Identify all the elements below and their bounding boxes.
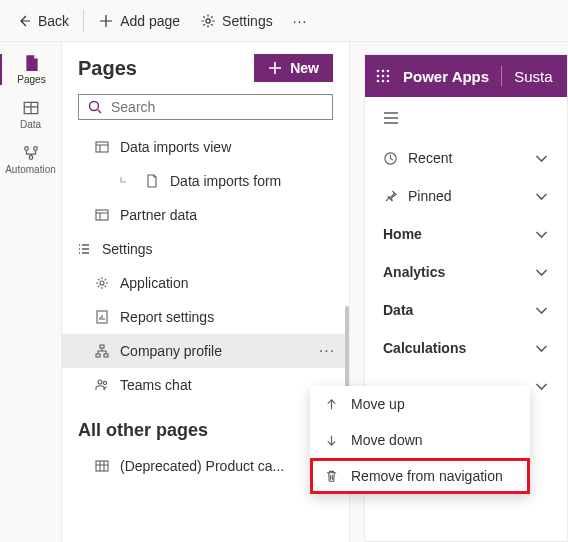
teams-icon <box>94 377 110 393</box>
form-icon <box>144 173 160 189</box>
pages-title: Pages <box>78 57 137 80</box>
search-container <box>62 94 349 130</box>
trash-icon <box>324 469 339 484</box>
tree-label: Application <box>120 275 341 291</box>
nav-label: Recent <box>408 150 452 166</box>
nav-label: Pinned <box>408 188 452 204</box>
nav-analytics[interactable]: Analytics <box>383 253 549 291</box>
new-label: New <box>290 60 319 76</box>
svg-point-16 <box>377 70 380 73</box>
rail-automation-label: Automation <box>5 164 56 175</box>
ctx-label: Move up <box>351 396 405 412</box>
ctx-move-up[interactable]: Move up <box>310 386 530 422</box>
ctx-remove-from-navigation[interactable]: Remove from navigation <box>310 458 530 494</box>
pages-header: Pages New <box>62 42 349 94</box>
tree-item-partner-data[interactable]: Partner data <box>62 198 349 232</box>
tree-label: Data imports view <box>120 139 341 155</box>
chevron-down-icon <box>534 151 549 166</box>
rail-data[interactable]: Data <box>0 99 61 130</box>
back-label: Back <box>38 13 69 29</box>
tree-item-application[interactable]: Application <box>62 266 349 300</box>
preview-brand: Power Apps <box>403 68 489 85</box>
tree-label: Partner data <box>120 207 341 223</box>
svg-point-2 <box>24 147 28 151</box>
pages-tree: Data imports view Data imports form Part… <box>62 130 349 542</box>
svg-rect-12 <box>104 354 108 357</box>
chevron-down-icon <box>534 379 549 394</box>
chevron-down-icon <box>534 341 549 356</box>
toolbar-overflow[interactable]: ··· <box>285 9 316 33</box>
table-icon <box>22 99 40 117</box>
tree-group-settings[interactable]: Settings <box>62 232 349 266</box>
new-button[interactable]: New <box>254 54 333 82</box>
sitemap-icon <box>94 343 110 359</box>
pin-icon <box>383 189 398 204</box>
flow-icon <box>22 144 40 162</box>
pages-panel: Pages New Data imports view Data imports… <box>62 42 350 542</box>
svg-rect-11 <box>96 354 100 357</box>
table-icon <box>94 458 110 474</box>
tree-label: Company profile <box>120 343 303 359</box>
svg-point-14 <box>103 381 106 384</box>
search-box[interactable] <box>78 94 333 120</box>
top-toolbar: Back Add page Settings ··· <box>0 0 568 42</box>
svg-point-18 <box>387 70 390 73</box>
tree-item-company-profile[interactable]: Company profile ··· <box>62 334 349 368</box>
svg-point-23 <box>382 80 385 83</box>
header-divider <box>501 66 502 86</box>
clock-icon <box>383 151 398 166</box>
svg-rect-6 <box>96 142 108 152</box>
add-page-label: Add page <box>120 13 180 29</box>
rail-automation[interactable]: Automation <box>0 144 61 175</box>
tree-item-data-imports-view[interactable]: Data imports view <box>62 130 349 164</box>
add-page-button[interactable]: Add page <box>90 9 188 33</box>
arrow-down-icon <box>324 433 339 448</box>
tree-item-data-imports-form[interactable]: Data imports form <box>62 164 349 198</box>
chevron-down-icon <box>534 303 549 318</box>
svg-point-24 <box>387 80 390 83</box>
nav-home[interactable]: Home <box>383 215 549 253</box>
svg-point-21 <box>387 75 390 78</box>
nav-recent[interactable]: Recent <box>383 139 549 177</box>
rail-data-label: Data <box>20 119 41 130</box>
rail-pages[interactable]: Pages <box>0 54 61 85</box>
nav-pinned[interactable]: Pinned <box>383 177 549 215</box>
svg-point-17 <box>382 70 385 73</box>
search-input[interactable] <box>111 99 324 115</box>
arrow-up-icon <box>324 397 339 412</box>
svg-rect-7 <box>96 210 108 220</box>
tree-item-deprecated-product[interactable]: (Deprecated) Product ca... <box>62 449 349 483</box>
svg-point-8 <box>100 281 104 285</box>
tree-label: Report settings <box>120 309 341 325</box>
tree-item-teams-chat[interactable]: Teams chat <box>62 368 349 402</box>
report-icon <box>94 309 110 325</box>
tree-label: Settings <box>102 241 341 257</box>
nav-calculations[interactable]: Calculations <box>383 329 549 367</box>
ctx-move-down[interactable]: Move down <box>310 422 530 458</box>
rail-pages-label: Pages <box>17 74 45 85</box>
all-other-pages-header: All other pages <box>62 402 349 449</box>
hamburger-icon[interactable] <box>383 111 399 125</box>
gear-icon <box>94 275 110 291</box>
ctx-label: Move down <box>351 432 423 448</box>
svg-point-13 <box>98 380 102 384</box>
back-button[interactable]: Back <box>8 9 77 33</box>
tree-item-report-settings[interactable]: Report settings <box>62 300 349 334</box>
list-icon <box>76 241 92 257</box>
gear-icon <box>200 13 216 29</box>
tree-label: Data imports form <box>170 173 341 189</box>
preview-app-name: Susta <box>514 68 552 85</box>
preview-header: Power Apps Susta <box>365 55 567 97</box>
toolbar-separator <box>83 10 84 32</box>
preview-body: Recent Pinned Home Analytics Data Calcul… <box>365 97 567 415</box>
nav-data[interactable]: Data <box>383 291 549 329</box>
plus-icon <box>268 61 282 75</box>
settings-button[interactable]: Settings <box>192 9 281 33</box>
chevron-down-icon <box>534 227 549 242</box>
waffle-icon[interactable] <box>375 68 391 84</box>
nav-label: Data <box>383 302 413 318</box>
item-overflow[interactable]: ··· <box>313 342 341 360</box>
svg-rect-10 <box>100 345 104 348</box>
svg-point-0 <box>206 18 210 22</box>
nav-label: Home <box>383 226 422 242</box>
